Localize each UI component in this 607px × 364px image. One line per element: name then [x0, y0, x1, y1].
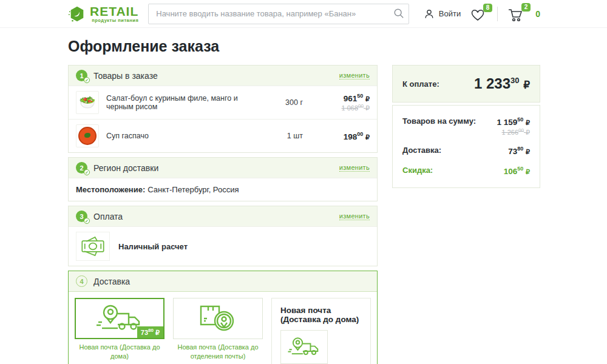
edit-region-link[interactable]: изменить	[339, 164, 370, 172]
section-items-title: Товары в заказе	[93, 71, 158, 81]
summary-discount-value: 10650 ₽	[504, 166, 530, 176]
login-button[interactable]: Войти	[424, 8, 461, 19]
delivery-option-home[interactable]: 7380 ₽	[75, 298, 164, 339]
logo-title: RETAIL	[90, 5, 138, 18]
user-icon	[424, 8, 435, 19]
top-header: RETAIL продукты питания Войти 8 2	[0, 0, 607, 28]
delivery-option-home-label[interactable]: Новая почта (Доставка до дома)	[75, 343, 164, 361]
region-location: Местоположение:Санкт-Петербург, Россия	[69, 178, 377, 201]
item-price: 96150 ₽	[319, 93, 370, 103]
summary-items-row: Товаров на сумму: 1 15950 ₽ 1 26600 ₽	[402, 109, 530, 138]
cart-button[interactable]: 2	[506, 5, 527, 22]
favorites-button[interactable]: 8	[469, 6, 489, 22]
step-3-badge: 3 ✓	[76, 211, 87, 222]
total-due-value: 1 23330 ₽	[474, 75, 530, 92]
box-pin-icon	[196, 303, 240, 334]
cart-badge: 2	[521, 3, 531, 12]
summary-items-label: Товаров на сумму:	[402, 116, 476, 136]
search-bar	[148, 4, 409, 24]
delivery-detail-panel: Новая почта (Доставка до дома) Заказ буд…	[271, 298, 371, 364]
step-1-badge: 1 ✓	[76, 70, 87, 81]
payment-method-name: Наличный расчет	[118, 242, 188, 251]
cash-icon	[76, 232, 110, 261]
item-old-price: 1 06800 ₽	[319, 103, 370, 112]
page-title: Оформление заказа	[68, 38, 607, 55]
cart-total: 0	[535, 9, 540, 19]
section-region-title: Регион доставки	[93, 163, 158, 173]
delivery-option-post-office-label[interactable]: Новая почта (Доставка до отделения почты…	[173, 343, 263, 361]
header-divider	[497, 7, 498, 21]
order-summary: К оплате: 1 23330 ₽ Товаров на сумму: 1 …	[392, 65, 540, 364]
summary-delivery-label: Доставка:	[402, 146, 441, 156]
summary-items-value: 1 15950 ₽	[497, 116, 530, 127]
item-name: Суп гаспачо	[106, 132, 269, 140]
truck-pin-icon	[280, 330, 328, 364]
location-value: Санкт-Петербург, Россия	[148, 185, 239, 194]
logo-icon	[68, 5, 86, 23]
step-2-check-icon: ✓	[84, 169, 90, 175]
location-label: Местоположение:	[76, 185, 145, 194]
section-order-items: 1 ✓ Товары в заказе изменить 🥗 Салат-боу…	[68, 65, 378, 153]
section-payment-title: Оплата	[93, 212, 123, 221]
soup-product-image	[76, 124, 99, 147]
item-quantity: 1 шт	[269, 132, 303, 140]
login-label: Войти	[439, 9, 461, 18]
logo-subtitle: продукты питания	[90, 18, 138, 23]
section-delivery: 4 Доставка	[68, 271, 378, 364]
summary-discount-row: Скидка: 10650 ₽	[402, 158, 530, 182]
order-item-row: Суп гаспачо 1 шт 19800 ₽	[69, 119, 377, 152]
summary-delivery-row: Доставка: 7380 ₽	[402, 138, 530, 158]
section-delivery-title: Доставка	[93, 277, 130, 286]
salad-product-image: 🥗	[76, 91, 99, 114]
search-input[interactable]	[148, 4, 409, 24]
section-delivery-region: 2 ✓ Регион доставки изменить Местоположе…	[68, 157, 378, 201]
section-payment: 3 ✓ Оплата изменить Н	[68, 206, 378, 266]
order-item-row: 🥗 Салат-боул с куриным филе, манго и чер…	[69, 86, 377, 119]
retail-logo[interactable]: RETAIL продукты питания	[68, 5, 138, 23]
header-actions: Войти 8 2 0	[424, 5, 540, 22]
total-due-box: К оплате: 1 23330 ₽	[392, 65, 540, 103]
edit-items-link[interactable]: изменить	[339, 72, 370, 79]
edit-payment-link[interactable]: изменить	[339, 212, 370, 220]
step-1-check-icon: ✓	[84, 77, 90, 83]
delivery-option-post-office[interactable]	[173, 298, 263, 339]
search-icon[interactable]	[393, 8, 404, 19]
summary-breakdown: Товаров на сумму: 1 15950 ₽ 1 26600 ₽ До…	[392, 105, 540, 188]
summary-delivery-value: 7380 ₽	[508, 146, 530, 156]
delivery-options: 7380 ₽ Новая почта (Доставка до дома)	[75, 298, 263, 364]
step-4-badge: 4	[76, 275, 87, 287]
delivery-price-badge: 7380 ₽	[137, 326, 163, 338]
step-3-check-icon: ✓	[84, 218, 90, 224]
item-quantity: 300 г	[269, 98, 303, 107]
delivery-detail-title: Новая почта (Доставка до дома)	[280, 306, 362, 324]
step-2-badge: 2 ✓	[76, 162, 87, 174]
payment-method: Наличный расчет	[69, 226, 377, 266]
favorites-badge: 8	[483, 4, 493, 12]
total-due-label: К оплате:	[402, 79, 439, 89]
item-price: 19800 ₽	[319, 131, 370, 141]
summary-discount-label: Скидка:	[402, 166, 433, 176]
summary-items-old-value: 1 26600 ₽	[497, 127, 530, 136]
item-name: Салат-боул с куриным филе, манго и черны…	[106, 94, 269, 111]
